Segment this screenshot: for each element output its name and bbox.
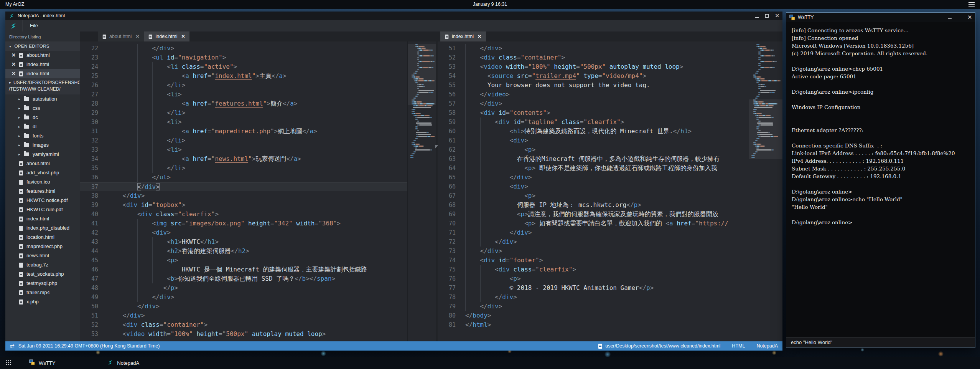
close-button[interactable]: ✕ [967, 13, 972, 21]
tree-file-HKWTC_rule.pdf[interactable]: HKWTC rule.pdf [5, 205, 80, 214]
taskbar-item-wstty[interactable]: WsTTY [22, 357, 62, 369]
file-icon [19, 198, 23, 203]
close-icon[interactable]: ✕ [12, 51, 16, 60]
minimap-right[interactable] [749, 41, 782, 341]
minimize-button[interactable] [948, 15, 952, 19]
indent-guide [108, 219, 123, 228]
minimap-line [751, 61, 781, 62]
tree-file-mapredirect.php[interactable]: mapredirect.php [5, 242, 80, 251]
taskbar-item-notepada[interactable]: NotepadA [100, 357, 146, 369]
minimize-button[interactable] [755, 14, 759, 18]
indent-guide [137, 173, 152, 182]
indent-guide [152, 108, 167, 117]
terminal-input[interactable]: echo "Hello World" [786, 337, 975, 347]
file-icon [445, 34, 449, 38]
indent-guide [495, 219, 510, 228]
line-number: 64 [438, 164, 465, 173]
minimap-line [751, 84, 781, 85]
indent-guide [480, 173, 495, 182]
tree-folder-dl[interactable]: ▸dl [5, 122, 80, 131]
wstty-window: WsTTY ✕ [info] Conencting to arozos WsTT… [786, 13, 975, 347]
tab-index.html[interactable]: index.html✕ [144, 31, 189, 41]
tree-file-about.html[interactable]: about.html [5, 159, 80, 168]
tree-file-news.html[interactable]: news.html [5, 251, 80, 260]
terminal-line: Active code page: 65001 [792, 73, 970, 80]
minimap-line [751, 92, 781, 93]
workspace-header[interactable]: ▾USER:/DESKTOP/SCREENSHOT /TEST/WWW CLEA… [5, 78, 80, 94]
tree-file-testmysql.php[interactable]: testmysql.php [5, 279, 80, 288]
open-editor-item[interactable]: ✕index.html [5, 69, 80, 78]
tree-file-add_vhost.php[interactable]: add_vhost.php [5, 168, 80, 177]
terminal-line [792, 211, 970, 218]
file-label: HKWTC notice.pdf [26, 196, 68, 205]
workspace-path-line1: USER:/DESKTOP/SCREENSHOT [13, 80, 80, 85]
tree-file-test_sockets.php[interactable]: test_sockets.php [5, 270, 80, 279]
open-editor-item[interactable]: ✕about.html [5, 51, 80, 60]
minimap-line [410, 115, 435, 116]
menu-item-file[interactable]: File [22, 20, 58, 31]
file-icon [19, 189, 23, 194]
open-editor-item[interactable]: ✕index.html [5, 60, 80, 69]
code-line: 68 伺服器 IP 地址為： mcs.hkwtc.org</p> [438, 200, 782, 210]
code-line: 70<p> 如有問題或需要申請白名單，歡迎加入我們的 <a href="http… [438, 219, 782, 228]
terminal-line [792, 96, 970, 103]
close-tab-icon[interactable]: ✕ [135, 34, 139, 39]
hamburger-menu-icon[interactable] [968, 2, 975, 7]
maximize-button[interactable] [765, 14, 769, 18]
close-button[interactable]: ✕ [775, 12, 779, 20]
line-number: 42 [80, 228, 108, 237]
tree-folder-yamiyamimi[interactable]: ▸yamiyamimi [5, 150, 80, 159]
close-tab-icon[interactable]: ✕ [478, 34, 481, 39]
line-number: 44 [80, 247, 108, 256]
terminal-output[interactable]: [info] Conencting to arozos WsTTY servic… [786, 22, 975, 337]
tree-file-index.php_disabled[interactable]: index.php_disabled [5, 223, 80, 233]
code-line: 45<p> [80, 256, 436, 265]
indent-guide [123, 283, 138, 293]
apps-launcher-icon[interactable] [6, 360, 12, 366]
tree-file-teabag.7z[interactable]: teabag.7z [5, 260, 80, 270]
tab-about.html[interactable]: about.html✕ [98, 31, 144, 41]
status-language[interactable]: HTML [732, 343, 745, 349]
close-icon[interactable]: ✕ [12, 69, 16, 78]
tree-file-favicon.ico[interactable]: favicon.ico [5, 177, 80, 187]
code-line: 65</div> [438, 173, 782, 182]
minimap-line [751, 76, 781, 78]
maximize-button[interactable] [958, 16, 961, 19]
code-line: 73</div> [438, 247, 782, 256]
tree-file-index.html[interactable]: index.html [5, 214, 80, 223]
code-area-right[interactable]: 51</div>52<div class="container">53<vide… [438, 41, 782, 341]
line-number: 66 [438, 182, 465, 191]
code-line: 48 </p> [80, 283, 436, 293]
minimap-left[interactable] [407, 41, 436, 341]
line-number: 51 [80, 311, 108, 320]
tree-folder-autostation[interactable]: ▸autostation [5, 94, 80, 104]
minimap-line [751, 67, 781, 68]
tree-file-location.html[interactable]: location.html [5, 233, 80, 242]
indent-guide [108, 71, 123, 81]
indent-guide [137, 71, 152, 81]
open-editors-header[interactable]: ▾OPEN EDITORS [5, 41, 80, 51]
tab-index.html[interactable]: index.html✕ [440, 31, 486, 41]
tree-folder-dc[interactable]: ▸dc [5, 113, 80, 122]
code-area-left[interactable]: 22</div>23<ul id="navigation">24<li clas… [80, 41, 436, 341]
minimap-viewport[interactable] [408, 44, 436, 105]
close-tab-icon[interactable]: ✕ [181, 34, 185, 39]
indent-guide [123, 117, 138, 127]
close-icon[interactable]: ✕ [12, 60, 16, 69]
tree-file-x.php[interactable]: x.php [5, 297, 80, 306]
tree-file-HKWTC_notice.pdf[interactable]: HKWTC notice.pdf [5, 196, 80, 205]
tree-file-features.html[interactable]: features.html [5, 187, 80, 196]
minimap-viewport[interactable] [749, 99, 782, 159]
indent-guide [495, 182, 510, 191]
code-line: 50</div> [80, 302, 436, 311]
code-line: 55 Your browser does not support the vid… [438, 81, 782, 90]
tree-file-trailer.mp4[interactable]: trailer.mp4 [5, 288, 80, 297]
tree-folder-images[interactable]: ▸images [5, 141, 80, 150]
tabstrip-right: index.html✕ [438, 31, 782, 41]
tree-folder-fonts[interactable]: ▸fonts [5, 131, 80, 141]
line-number: 41 [80, 219, 108, 228]
tree-folder-css[interactable]: ▸css [5, 104, 80, 113]
code-line: 54 <source src="trailer.mp4" type="video… [438, 71, 782, 81]
notepada-titlebar[interactable]: NotepadA - index.html ✕ [5, 12, 782, 20]
wstty-titlebar[interactable]: WsTTY ✕ [786, 13, 975, 22]
